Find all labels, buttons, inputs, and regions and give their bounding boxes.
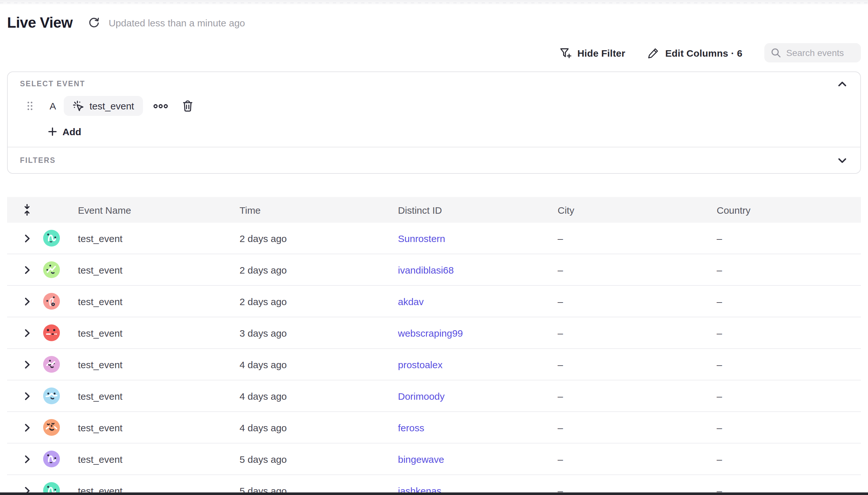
collapse-all-rows-button[interactable] [21, 203, 33, 217]
add-button-label: Add [63, 126, 81, 137]
cell-country: – [717, 359, 861, 370]
search-input[interactable] [786, 48, 854, 58]
cell-city: – [558, 296, 717, 307]
chevron-right-icon [24, 297, 30, 305]
avatar [43, 388, 60, 404]
cell-event-name: test_event [78, 390, 240, 402]
distinct-id-link[interactable]: webscraping99 [398, 327, 463, 338]
expand-row-button[interactable] [22, 232, 32, 244]
expand-row-button[interactable] [22, 390, 32, 402]
chevron-right-icon [24, 455, 30, 463]
table-row: test_event 3 days ago webscraping99 – – [7, 317, 861, 349]
edit-columns-button[interactable]: Edit Columns · 6 [647, 47, 743, 59]
cell-country: – [717, 390, 861, 402]
cell-city: – [558, 264, 717, 275]
ellipsis-icon [153, 103, 168, 108]
distinct-id-link[interactable]: ivandiblasi68 [398, 264, 454, 275]
expand-row-button[interactable] [22, 453, 32, 465]
distinct-id-link[interactable]: Dorimoody [398, 390, 445, 402]
filters-label: FILTERS [20, 156, 56, 164]
avatar [43, 356, 60, 373]
cell-city: – [558, 359, 717, 370]
top-texture-strip [0, 0, 868, 4]
cell-country: – [717, 233, 861, 244]
toolbar: Hide Filter Edit Columns · 6 [7, 43, 861, 63]
expand-row-button[interactable] [22, 327, 32, 339]
hide-filter-label: Hide Filter [577, 47, 625, 58]
select-event-label: SELECT EVENT [20, 80, 85, 87]
distinct-id-link[interactable]: Sunrostern [398, 233, 445, 244]
distinct-id-link[interactable]: prostoalex [398, 359, 442, 370]
expand-row-button[interactable] [22, 295, 32, 307]
live-view-page: Live View Updated less than a minute ago… [0, 0, 868, 495]
column-header-city: City [558, 204, 717, 215]
cell-event-name: test_event [78, 233, 240, 244]
table-row: test_event 5 days ago jashkenas – – [7, 475, 861, 495]
chevron-right-icon [24, 266, 30, 274]
cell-city: – [558, 390, 717, 402]
refresh-icon [88, 17, 100, 28]
expand-row-button[interactable] [22, 263, 32, 276]
avatar [43, 261, 60, 278]
cell-time: 2 days ago [240, 296, 398, 307]
search-box[interactable] [764, 43, 861, 63]
event-row: A test_event [20, 96, 848, 116]
delete-event-button[interactable] [181, 99, 194, 113]
column-header-distinct-id: Distinct ID [398, 204, 558, 215]
drag-handle[interactable] [27, 101, 33, 111]
chevron-right-icon [24, 392, 30, 400]
distinct-id-link[interactable]: bingewave [398, 454, 444, 464]
query-builder-panel: SELECT EVENT A [7, 71, 861, 174]
chevron-up-icon [838, 81, 847, 87]
cell-city: – [558, 327, 717, 338]
avatar [43, 230, 60, 246]
add-event-button[interactable]: Add [48, 126, 81, 137]
expand-row-button[interactable] [22, 421, 32, 433]
chevron-down-icon [838, 157, 847, 163]
chevron-right-icon [24, 329, 30, 337]
table-row: test_event 4 days ago prostoalex – – [7, 349, 861, 380]
cell-city: – [558, 233, 717, 244]
trash-icon [182, 100, 193, 112]
pencil-icon [647, 47, 659, 59]
collapse-select-event-button[interactable] [836, 80, 848, 88]
avatar [43, 324, 60, 341]
refresh-button[interactable] [87, 15, 101, 30]
event-chip-label: test_event [89, 100, 134, 112]
chevron-right-icon [24, 360, 30, 369]
cell-time: 3 days ago [240, 327, 398, 338]
cell-time: 2 days ago [240, 264, 398, 275]
event-options-button[interactable] [151, 101, 170, 110]
cell-country: – [717, 296, 861, 307]
avatar [43, 450, 60, 467]
cell-country: – [717, 327, 861, 338]
cell-time: 4 days ago [240, 390, 398, 402]
column-header-event-name: Event Name [78, 204, 240, 215]
cell-event-name: test_event [78, 296, 240, 307]
expand-row-button[interactable] [22, 358, 32, 371]
event-chip[interactable]: test_event [64, 96, 143, 116]
collapse-rows-icon [22, 204, 32, 216]
cell-time: 4 days ago [240, 359, 398, 370]
hide-filter-button[interactable]: Hide Filter [559, 46, 625, 59]
cell-event-name: test_event [78, 454, 240, 464]
filters-section: FILTERS [8, 148, 860, 173]
table-header: Event Name Time Distinct ID City Country [7, 197, 861, 223]
cell-time: 5 days ago [240, 454, 398, 464]
cell-country: – [717, 454, 861, 464]
table-body: test_event 2 days ago Sunrostern – – tes… [7, 223, 861, 495]
cell-event-name: test_event [78, 264, 240, 275]
cell-time: 4 days ago [240, 422, 398, 433]
distinct-id-link[interactable]: akdav [398, 296, 424, 307]
table-row: test_event 2 days ago Sunrostern – – [7, 223, 861, 254]
chevron-right-icon [24, 423, 30, 432]
expand-filters-button[interactable] [836, 156, 848, 165]
chevron-right-icon [24, 234, 30, 242]
cell-time: 2 days ago [240, 233, 398, 244]
avatar [43, 293, 60, 310]
search-icon [771, 48, 781, 58]
cell-country: – [717, 422, 861, 433]
distinct-id-link[interactable]: feross [398, 422, 424, 433]
bottom-edge-strip [0, 492, 868, 495]
cell-event-name: test_event [78, 327, 240, 338]
